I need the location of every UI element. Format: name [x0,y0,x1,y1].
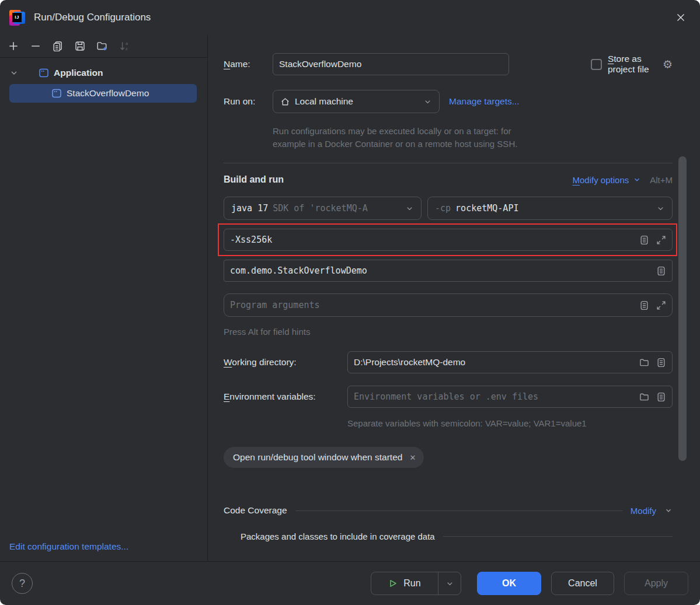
run-on-label: Run on: [224,96,273,107]
ok-button[interactable]: OK [477,572,541,595]
name-label: Name: [224,59,273,69]
add-configuration-icon[interactable] [5,38,22,54]
dialog-footer: ? Run OK Cancel Apply [0,561,700,605]
sidebar-toolbar: a z [0,35,207,58]
macros-list-icon[interactable] [656,266,666,276]
help-icon[interactable]: ? [12,573,33,594]
chevron-down-icon [423,97,432,106]
remove-chip-icon[interactable]: ✕ [409,453,416,462]
home-icon [280,97,290,107]
environment-variables-field [347,386,673,408]
tree-item-label: StackOverflowDemo [67,88,149,99]
alt-field-hints-text: Press Alt for field hints [224,327,673,337]
dialog-title: Run/Debug Configurations [34,12,151,23]
annotation-red-highlight-box [218,223,677,256]
run-debug-configurations-dialog: IJ Run/Debug Configurations [0,0,700,605]
divider-line [443,536,673,537]
run-button[interactable]: Run [371,572,438,594]
divider-line [295,510,622,511]
store-as-project-file-checkbox[interactable] [591,59,602,70]
tree-group-label: Application [54,68,103,78]
tree-item-stackoverflowdemo[interactable]: StackOverflowDemo [9,84,197,103]
main-class-field [224,260,673,282]
run-on-select[interactable]: Local machine [273,90,440,113]
chevron-down-icon [656,204,665,213]
code-coverage-title: Code Coverage [224,505,287,516]
apply-button: Apply [624,572,688,595]
coverage-subsection-title: Packages and classes to include in cover… [241,531,435,541]
build-and-run-title: Build and run [224,174,284,185]
run-play-icon [388,579,398,588]
remove-configuration-icon[interactable] [27,38,44,54]
environment-variables-hint: Separate variables with semicolon: VAR=v… [347,418,673,428]
chevron-down-icon[interactable] [664,506,673,515]
modify-options-link[interactable]: Modify options [573,175,629,185]
run-split-button[interactable]: Run [371,572,461,595]
vertical-scrollbar[interactable] [678,156,687,461]
application-icon [51,88,62,99]
intellij-logo-icon: IJ [9,10,25,26]
program-arguments-field [224,293,673,317]
chevron-down-icon[interactable] [633,176,641,184]
working-directory-field [347,351,673,373]
open-tool-window-chip[interactable]: Open run/debug tool window when started … [224,447,424,468]
save-configuration-icon[interactable] [71,38,89,54]
environment-variables-input[interactable] [354,391,633,402]
environment-variables-label: Environment variables: [224,391,347,402]
coverage-modify-link[interactable]: Modify [631,506,656,516]
program-arguments-input[interactable] [230,300,633,310]
working-directory-label: Working directory: [224,357,347,368]
working-directory-input[interactable] [354,357,633,368]
sort-alphabetically-icon: a z [116,38,133,54]
new-folder-icon[interactable] [93,38,111,54]
macros-list-icon[interactable] [639,235,649,245]
configurations-sidebar: a z Application [0,35,208,561]
chevron-down-icon[interactable] [9,68,19,78]
main-class-input[interactable] [230,265,650,276]
application-icon [39,68,49,78]
store-as-project-file-label: Store as project file [608,54,657,75]
modify-options-shortcut: Alt+M [650,175,673,185]
macros-list-icon[interactable] [639,300,649,310]
chevron-down-icon [405,204,414,213]
vm-options-field [224,229,673,251]
jre-select[interactable]: java 17 SDK of 'rocketMQ-A [224,197,422,220]
name-field [273,53,509,75]
classpath-module-select[interactable]: -cp rocketMQ-API [427,197,673,220]
gear-icon[interactable]: ⚙ [663,59,673,70]
manage-targets-link[interactable]: Manage targets... [449,96,520,107]
browse-folder-icon[interactable] [639,358,649,368]
cancel-button[interactable]: Cancel [551,572,614,595]
configurations-tree: Application StackOverflowDemo [0,58,207,103]
close-icon[interactable] [671,8,691,27]
run-options-chevron-icon[interactable] [438,572,461,594]
configuration-editor-panel: Name: Store as project file ⚙ Run on: [208,35,700,561]
edit-configuration-templates-link[interactable]: Edit configuration templates... [9,541,128,552]
run-on-value: Local machine [295,96,353,107]
expand-field-icon[interactable] [656,300,666,310]
macros-list-icon[interactable] [656,392,666,402]
copy-configuration-icon[interactable] [49,38,67,54]
browse-folder-icon[interactable] [639,392,649,402]
expand-field-icon[interactable] [656,235,666,245]
run-on-hint: Run configurations may be executed local… [273,125,673,151]
section-divider [224,163,673,163]
title-bar: IJ Run/Debug Configurations [0,0,700,35]
vm-options-input[interactable] [230,235,633,245]
svg-text:z: z [126,46,128,51]
macros-list-icon[interactable] [656,358,666,368]
tree-group-application[interactable]: Application [0,64,207,82]
name-input[interactable] [279,59,503,69]
svg-text:a: a [126,41,128,46]
